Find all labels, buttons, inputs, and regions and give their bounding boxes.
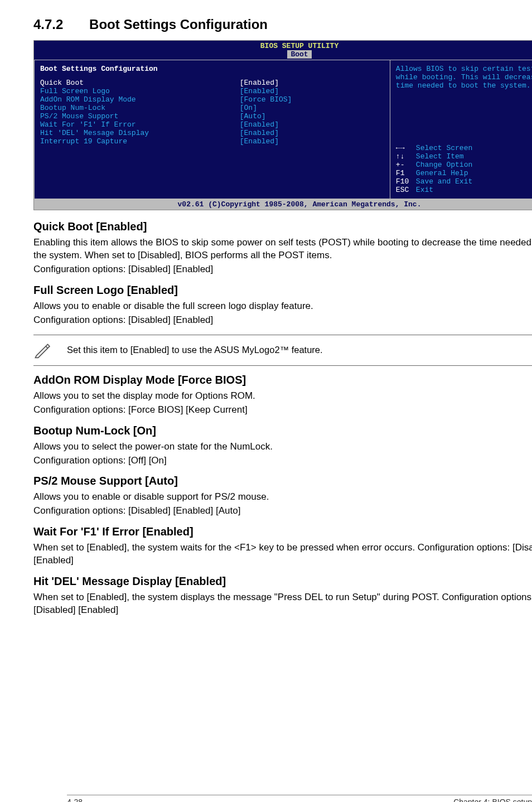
bios-key-desc: General Help [416, 169, 468, 177]
bios-key-desc: Change Option [416, 161, 472, 169]
bios-key: ESC [396, 186, 416, 194]
para-numlock-1: Allows you to select the power-on state … [33, 441, 532, 453]
bios-key-row: ↑↓Select Item [396, 152, 532, 161]
bios-setting-label: Hit 'DEL' Message Display [40, 129, 240, 137]
bios-setting-row: AddOn ROM Display Mode[Force BIOS] [40, 95, 384, 104]
bios-key-row: ←→Select Screen [396, 144, 532, 152]
bios-key: F10 [396, 177, 416, 186]
bios-key-row: ESCExit [396, 186, 532, 194]
para-numlock-2: Configuration options: [Off] [On] [33, 455, 532, 467]
section-title-text: Boot Settings Configuration [89, 17, 268, 32]
bios-setting-label: Interrupt 19 Capture [40, 137, 240, 146]
bios-key-desc: Select Item [416, 152, 464, 161]
heading-full-screen: Full Screen Logo [Enabled] [33, 284, 532, 297]
bios-setting-value: [On] [240, 104, 257, 112]
bios-key-desc: Select Screen [416, 144, 472, 152]
bios-setting-row: Full Screen Logo[Enabled] [40, 87, 384, 95]
para-addon-1: Allows you to set the display mode for O… [33, 390, 532, 403]
bios-key-row: F10Save and Exit [396, 177, 532, 186]
bios-setting-label: AddOn ROM Display Mode [40, 95, 240, 104]
heading-addon: AddOn ROM Display Mode [Force BIOS] [33, 374, 532, 386]
para-quick-boot-2: Configuration options: [Disabled] [Enabl… [33, 263, 532, 276]
bios-key: ←→ [396, 144, 416, 152]
note-text: Set this item to [Enabled] to use the AS… [67, 345, 532, 355]
page-number: 4-28 [67, 798, 83, 802]
bios-setting-label: Full Screen Logo [40, 87, 240, 95]
heading-waitf1: Wait For 'F1' If Error [Enabled] [33, 525, 532, 538]
page-footer: 4-28 Chapter 4: BIOS setup [67, 795, 532, 802]
bios-setting-value: [Auto] [240, 112, 266, 120]
para-ps2-2: Configuration options: [Disabled] [Enabl… [33, 505, 532, 518]
note-callout: Set this item to [Enabled] to use the AS… [33, 335, 532, 366]
bios-setting-row: Quick Boot[Enabled] [40, 79, 384, 87]
para-ps2-1: Allows you to enable or disable support … [33, 491, 532, 504]
para-full-screen-2: Configuration options: [Disabled] [Enabl… [33, 314, 532, 327]
bios-setting-value: [Enabled] [240, 87, 279, 95]
bios-key: ↑↓ [396, 152, 416, 161]
bios-setting-label: Quick Boot [40, 79, 240, 87]
bios-settings-panel: Boot Settings Configuration Quick Boot[E… [34, 60, 390, 199]
bios-setting-label: Wait For 'F1' If Error [40, 120, 240, 129]
para-quick-boot-1: Enabling this item allows the BIOS to sk… [33, 236, 532, 262]
bios-tab-row: Boot [34, 50, 532, 60]
bios-setting-row: PS/2 Mouse Support[Auto] [40, 112, 384, 120]
bios-screenshot: BIOS SETUP UTILITY Boot Boot Settings Co… [33, 40, 532, 210]
bios-setting-row: Hit 'DEL' Message Display[Enabled] [40, 129, 384, 137]
chapter-label: Chapter 4: BIOS setup [453, 798, 532, 802]
para-addon-2: Configuration options: [Force BIOS] [Kee… [33, 404, 532, 417]
heading-hitdel: Hit 'DEL' Message Display [Enabled] [33, 575, 532, 588]
section-number: 4.7.2 [33, 17, 63, 32]
bios-key: +- [396, 161, 416, 169]
bios-tab-boot: Boot [287, 50, 311, 59]
para-hitdel: When set to [Enabled], the system displa… [33, 591, 532, 617]
bios-setting-row: Bootup Num-Lock[On] [40, 104, 384, 112]
para-waitf1: When set to [Enabled], the system waits … [33, 542, 532, 567]
bios-key: F1 [396, 169, 416, 177]
pencil-icon [33, 340, 67, 361]
heading-ps2: PS/2 Mouse Support [Auto] [33, 475, 532, 487]
bios-title: BIOS SETUP UTILITY [34, 41, 532, 50]
bios-setting-value: [Enabled] [240, 79, 279, 87]
bios-help-panel: Allows BIOS to skip certain tests while … [390, 60, 532, 199]
bios-setting-row: Wait For 'F1' If Error[Enabled] [40, 120, 384, 129]
bios-panel-heading: Boot Settings Configuration [40, 65, 384, 73]
bios-setting-label: PS/2 Mouse Support [40, 112, 240, 120]
bios-setting-label: Bootup Num-Lock [40, 104, 240, 112]
section-heading: 4.7.2 Boot Settings Configuration [33, 17, 532, 32]
heading-quick-boot: Quick Boot [Enabled] [33, 220, 532, 233]
bios-setting-value: [Force BIOS] [240, 95, 292, 104]
para-full-screen-1: Allows you to enable or disable the full… [33, 300, 532, 313]
bios-key-legend: ←→Select Screen↑↓Select Item+-Change Opt… [396, 144, 532, 194]
bios-setting-value: [Enabled] [240, 129, 279, 137]
bios-key-row: F1General Help [396, 169, 532, 177]
bios-key-desc: Save and Exit [416, 177, 472, 186]
bios-help-text: Allows BIOS to skip certain tests while … [396, 65, 532, 90]
bios-key-desc: Exit [416, 186, 433, 194]
bios-setting-value: [Enabled] [240, 137, 279, 146]
heading-numlock: Bootup Num-Lock [On] [33, 424, 532, 437]
bios-key-row: +-Change Option [396, 161, 532, 169]
bios-setting-value: [Enabled] [240, 120, 279, 129]
bios-setting-row: Interrupt 19 Capture[Enabled] [40, 137, 384, 146]
bios-footer: v02.61 (C)Copyright 1985-2008, American … [34, 199, 532, 210]
